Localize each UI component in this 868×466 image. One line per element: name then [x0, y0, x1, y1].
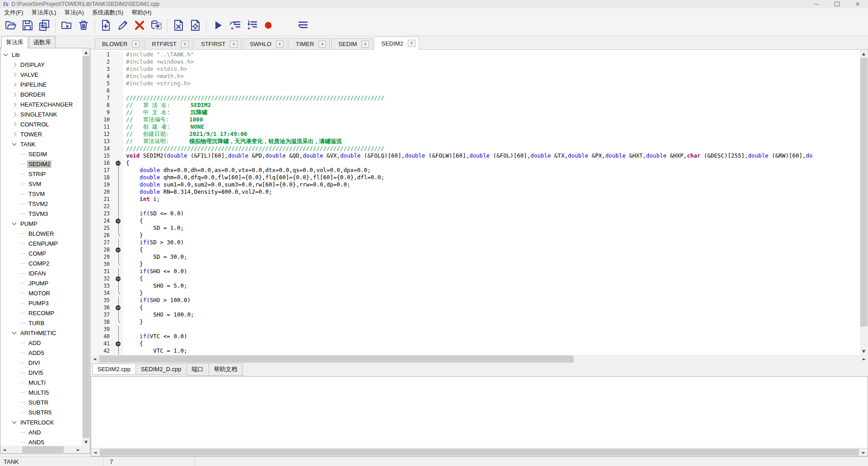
tree-item-strip[interactable]: STRIP — [0, 169, 82, 179]
tree-item-tsvm2[interactable]: TSVM2 — [0, 199, 82, 209]
editor-vscroll-thumb[interactable] — [860, 58, 868, 326]
tree-hscroll-thumb[interactable] — [22, 446, 64, 453]
toolbar-open-folder-button[interactable] — [2, 19, 19, 34]
tree-item-subtr[interactable]: SUBTR — [0, 397, 82, 407]
chevron-right-icon[interactable] — [12, 102, 17, 107]
chevron-right-icon[interactable] — [12, 82, 17, 87]
tree-item-add5[interactable]: ADD5 — [0, 348, 82, 358]
scroll-left-icon[interactable]: ◄ — [91, 448, 99, 456]
tab-close-icon[interactable]: x — [276, 41, 284, 48]
tab-close-icon[interactable]: x — [318, 41, 326, 48]
chevron-right-icon[interactable] — [12, 62, 17, 67]
tab-close-icon[interactable]: x — [408, 40, 415, 47]
tree-item-svm[interactable]: SVM — [0, 179, 82, 189]
document-tab-帮助文档[interactable]: 帮助文档 — [209, 363, 243, 376]
maximize-button[interactable] — [826, 0, 847, 8]
chevron-right-icon[interactable] — [12, 92, 17, 97]
tree-item-add[interactable]: ADD — [0, 338, 82, 348]
toolbar-run-button[interactable] — [210, 19, 226, 34]
tree-item-multi[interactable]: MULTI — [0, 377, 82, 387]
output-hscroll-thumb[interactable] — [100, 449, 859, 456]
tree-item-comp[interactable]: COMP — [0, 248, 82, 258]
tree-item-divi[interactable]: DIVI — [0, 358, 82, 368]
menu-item[interactable]: 算法(A) — [61, 9, 88, 17]
tree-item-valve[interactable]: VALVE — [0, 70, 82, 79]
toolbar-step-over-button[interactable] — [226, 19, 243, 34]
toolbar-folder-export-button[interactable] — [58, 19, 75, 34]
code-editor[interactable]: 1#include "..\TANK.h"2#include <windows.… — [91, 50, 860, 355]
tree-item-lib[interactable]: Lib — [0, 50, 82, 60]
tree-item-tsvm[interactable]: TSVM — [0, 189, 82, 199]
toolbar-database-link-button[interactable] — [148, 19, 164, 34]
fold-collapse-icon[interactable] — [116, 276, 121, 281]
tree-item-subtr5[interactable]: SUBTR5 — [0, 407, 82, 417]
tree-item-recomp[interactable]: RECOMP — [0, 308, 82, 318]
tree-item-singletank[interactable]: SINGLETANK — [0, 109, 82, 119]
tree-item-sedim[interactable]: SEDIM — [0, 149, 82, 159]
chevron-right-icon[interactable] — [12, 132, 17, 136]
scroll-down-icon[interactable]: ▼ — [860, 347, 868, 355]
scroll-left-icon[interactable]: ◄ — [0, 446, 8, 453]
tab-close-icon[interactable]: x — [181, 41, 189, 48]
editor-tab-swhlo[interactable]: SWHLOx — [243, 38, 287, 49]
fold-collapse-icon[interactable] — [116, 341, 121, 346]
tree-item-jpump[interactable]: JPUMP — [0, 278, 82, 288]
toolbar-save-all-button[interactable] — [36, 19, 52, 34]
fold-collapse-icon[interactable] — [116, 247, 121, 252]
close-button[interactable]: ✕ — [847, 0, 868, 8]
output-content[interactable] — [91, 377, 868, 448]
output-horizontal-scrollbar[interactable]: ◄ ► — [91, 448, 868, 456]
menu-item[interactable]: 算法库(L) — [28, 9, 61, 17]
tree-item-interlock[interactable]: INTERLOCK — [0, 417, 82, 427]
scroll-down-icon[interactable]: ▼ — [82, 438, 90, 446]
tree-item-tower[interactable]: TOWER — [0, 129, 82, 139]
toolbar-run-flow-button[interactable] — [294, 19, 311, 34]
scroll-right-icon[interactable]: ► — [860, 448, 868, 456]
tab-close-icon[interactable]: x — [361, 41, 369, 48]
fold-margin[interactable] — [114, 159, 123, 167]
scroll-right-icon[interactable]: ► — [75, 446, 82, 453]
fold-collapse-icon[interactable] — [116, 161, 121, 166]
tree-item-cenpump[interactable]: CENPUMP — [0, 238, 82, 248]
tree-item-display[interactable]: DISPLAY — [0, 60, 82, 70]
sidebar-tab-算法库[interactable]: 算法库 — [1, 36, 28, 48]
tree-item-arithmetic[interactable]: ARITHMETIC — [0, 328, 82, 338]
toolbar-save-button[interactable] — [19, 19, 36, 34]
sidebar-tab-函数库[interactable]: 函数库 — [29, 36, 56, 48]
toolbar-step-into-button[interactable] — [243, 19, 260, 34]
chevron-right-icon[interactable] — [12, 112, 17, 116]
menu-item[interactable]: 系统函数(S) — [88, 9, 127, 17]
toolbar-file-add-button[interactable] — [98, 19, 114, 34]
chevron-down-icon[interactable] — [12, 141, 17, 146]
editor-vertical-scrollbar[interactable]: ▲ ▼ — [860, 50, 868, 355]
scroll-left-icon[interactable]: ◄ — [91, 355, 98, 363]
fold-margin[interactable] — [114, 304, 123, 311]
editor-hscroll-thumb[interactable] — [99, 355, 574, 363]
tree-item-idfan[interactable]: IDFAN — [0, 268, 82, 278]
minimize-button[interactable] — [806, 0, 826, 8]
chevron-down-icon[interactable] — [4, 52, 8, 56]
tree-item-divi5[interactable]: DIVI5 — [0, 368, 82, 377]
document-tab-sedim2.cpp[interactable]: SEDIM2.cpp — [92, 363, 136, 375]
editor-tab-sedim2[interactable]: SEDIM2x — [374, 37, 419, 50]
chevron-down-icon[interactable] — [12, 419, 17, 424]
tree-item-and5[interactable]: AND5 — [0, 437, 82, 446]
editor-tab-stfirst[interactable]: STFIRSTx — [194, 38, 241, 49]
tree-item-blower[interactable]: BLOWER — [0, 228, 82, 238]
tree-horizontal-scrollbar[interactable]: ◄ ► — [0, 446, 82, 453]
tree-item-turb[interactable]: TURB — [0, 318, 82, 328]
tab-close-icon[interactable]: x — [230, 41, 238, 48]
chevron-down-icon[interactable] — [12, 221, 17, 225]
menu-item[interactable]: 文件(F) — [0, 9, 28, 17]
tree-item-heatexchanger[interactable]: HEATEXCHANGER — [0, 99, 82, 109]
toolbar-delete-x-button[interactable] — [131, 19, 148, 34]
toolbar-file-build-button[interactable] — [170, 19, 187, 34]
editor-horizontal-scrollbar[interactable]: ◄ ► — [91, 355, 868, 363]
tree-vertical-scrollbar[interactable]: ▲ ▼ — [82, 48, 90, 446]
chevron-right-icon[interactable] — [12, 72, 17, 77]
document-tab-端口[interactable]: 端口 — [187, 363, 209, 376]
tree-item-comp2[interactable]: COMP2 — [0, 258, 82, 268]
fold-margin[interactable] — [114, 217, 123, 224]
tree-item-and[interactable]: AND — [0, 427, 82, 437]
tree-item-pump3[interactable]: PUMP3 — [0, 298, 82, 308]
